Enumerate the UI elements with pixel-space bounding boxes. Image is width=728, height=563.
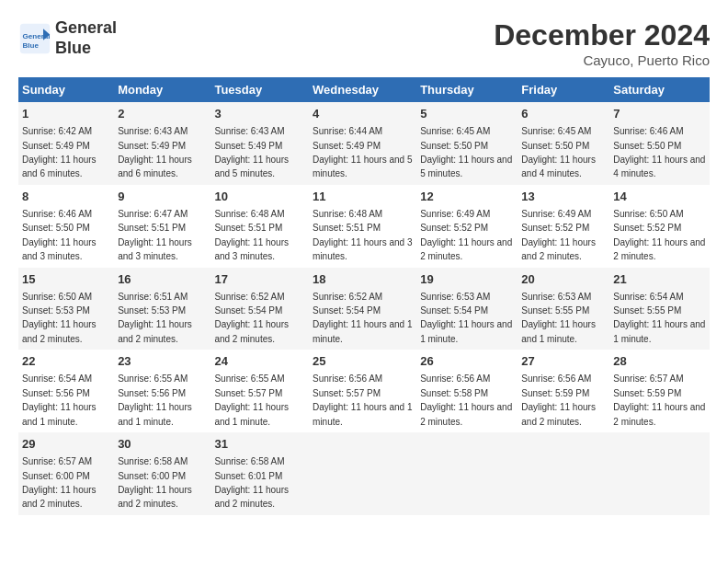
calendar-cell: 6 Sunrise: 6:45 AM Sunset: 5:50 PM Dayli…	[518, 102, 609, 185]
day-sunset: Sunset: 6:00 PM	[118, 471, 186, 481]
day-daylight: Daylight: 11 hours and 1 minute.	[313, 402, 412, 426]
day-sunset: Sunset: 5:59 PM	[521, 388, 589, 398]
calendar-cell: 26 Sunrise: 6:56 AM Sunset: 5:58 PM Dayl…	[416, 350, 518, 432]
calendar-cell: 17 Sunrise: 6:52 AM Sunset: 5:54 PM Dayl…	[210, 268, 309, 350]
calendar-cell: 2 Sunrise: 6:43 AM Sunset: 5:49 PM Dayli…	[114, 102, 210, 185]
calendar-cell: 11 Sunrise: 6:48 AM Sunset: 5:51 PM Dayl…	[309, 185, 416, 268]
day-sunrise: Sunrise: 6:51 AM	[118, 292, 188, 302]
day-daylight: Daylight: 11 hours and 2 minutes.	[613, 402, 705, 426]
logo-line1: General	[55, 18, 117, 39]
day-number: 21	[613, 271, 706, 288]
calendar-cell: 8 Sunrise: 6:46 AM Sunset: 5:50 PM Dayli…	[18, 185, 114, 268]
day-daylight: Daylight: 11 hours and 1 minute.	[118, 402, 192, 426]
day-daylight: Daylight: 11 hours and 2 minutes.	[613, 237, 705, 261]
day-number: 28	[613, 353, 706, 370]
calendar-cell: 31 Sunrise: 6:58 AM Sunset: 6:01 PM Dayl…	[210, 432, 309, 515]
day-daylight: Daylight: 11 hours and 1 minute.	[22, 402, 97, 426]
day-daylight: Daylight: 11 hours and 2 minutes.	[118, 485, 192, 509]
calendar-cell: 7 Sunrise: 6:46 AM Sunset: 5:50 PM Dayli…	[609, 102, 710, 185]
day-number: 1	[22, 106, 110, 122]
day-sunrise: Sunrise: 6:54 AM	[22, 373, 92, 384]
calendar-table: SundayMondayTuesdayWednesdayThursdayFrid…	[18, 77, 710, 515]
day-daylight: Daylight: 11 hours and 5 minutes.	[214, 155, 289, 178]
day-number: 2	[118, 106, 207, 122]
day-daylight: Daylight: 11 hours and 3 minutes.	[118, 237, 192, 261]
day-number: 3	[214, 106, 305, 122]
day-sunrise: Sunrise: 6:53 AM	[420, 292, 490, 302]
col-header-monday: Monday	[114, 77, 210, 102]
day-sunset: Sunset: 5:57 PM	[214, 388, 282, 398]
title-block: December 2024 Cayuco, Puerto Rico	[494, 18, 710, 68]
calendar-cell: 21 Sunrise: 6:54 AM Sunset: 5:55 PM Dayl…	[609, 268, 710, 350]
day-daylight: Daylight: 11 hours and 3 minutes.	[22, 237, 97, 261]
calendar-cell: 3 Sunrise: 6:43 AM Sunset: 5:49 PM Dayli…	[210, 102, 309, 185]
day-sunset: Sunset: 5:53 PM	[118, 305, 186, 316]
day-sunset: Sunset: 5:52 PM	[521, 223, 589, 233]
day-sunrise: Sunrise: 6:45 AM	[521, 126, 591, 136]
calendar-cell: 1 Sunrise: 6:42 AM Sunset: 5:49 PM Dayli…	[18, 102, 114, 185]
calendar-cell	[309, 432, 416, 515]
day-daylight: Daylight: 11 hours and 6 minutes.	[22, 155, 97, 178]
calendar-cell	[609, 432, 710, 515]
day-sunrise: Sunrise: 6:46 AM	[613, 126, 683, 136]
day-daylight: Daylight: 11 hours and 4 minutes.	[613, 155, 705, 178]
day-sunset: Sunset: 5:52 PM	[613, 223, 681, 233]
col-header-saturday: Saturday	[609, 77, 710, 102]
calendar-cell: 14 Sunrise: 6:50 AM Sunset: 5:52 PM Dayl…	[609, 185, 710, 268]
day-sunrise: Sunrise: 6:48 AM	[214, 209, 284, 219]
day-sunset: Sunset: 5:56 PM	[118, 388, 186, 398]
day-sunset: Sunset: 5:50 PM	[521, 141, 589, 151]
day-daylight: Daylight: 11 hours and 2 minutes.	[420, 237, 512, 261]
day-number: 17	[214, 271, 305, 288]
col-header-tuesday: Tuesday	[210, 77, 309, 102]
calendar-cell	[518, 432, 609, 515]
calendar-cell: 9 Sunrise: 6:47 AM Sunset: 5:51 PM Dayli…	[114, 185, 210, 268]
day-sunrise: Sunrise: 6:55 AM	[118, 373, 188, 384]
day-sunset: Sunset: 5:50 PM	[613, 141, 681, 151]
calendar-cell: 10 Sunrise: 6:48 AM Sunset: 5:51 PM Dayl…	[210, 185, 309, 268]
day-number: 19	[420, 271, 514, 288]
day-sunrise: Sunrise: 6:47 AM	[118, 209, 188, 219]
calendar-cell: 18 Sunrise: 6:52 AM Sunset: 5:54 PM Dayl…	[309, 268, 416, 350]
day-daylight: Daylight: 11 hours and 3 minutes.	[313, 237, 412, 261]
day-sunset: Sunset: 5:56 PM	[22, 388, 90, 398]
day-daylight: Daylight: 11 hours and 2 minutes.	[22, 485, 97, 509]
day-sunset: Sunset: 5:51 PM	[118, 223, 186, 233]
day-sunset: Sunset: 5:49 PM	[118, 141, 186, 151]
day-sunrise: Sunrise: 6:58 AM	[118, 456, 188, 466]
day-sunrise: Sunrise: 6:49 AM	[521, 209, 591, 219]
col-header-sunday: Sunday	[18, 77, 114, 102]
day-number: 27	[521, 353, 606, 370]
day-daylight: Daylight: 11 hours and 3 minutes.	[214, 237, 289, 261]
day-number: 14	[613, 189, 706, 205]
calendar-cell: 12 Sunrise: 6:49 AM Sunset: 5:52 PM Dayl…	[416, 185, 518, 268]
day-daylight: Daylight: 11 hours and 4 minutes.	[521, 155, 596, 178]
calendar-cell: 29 Sunrise: 6:57 AM Sunset: 6:00 PM Dayl…	[18, 432, 114, 515]
day-number: 16	[118, 271, 207, 288]
week-row-3: 15 Sunrise: 6:50 AM Sunset: 5:53 PM Dayl…	[18, 268, 710, 350]
day-daylight: Daylight: 11 hours and 2 minutes.	[214, 319, 289, 343]
day-daylight: Daylight: 11 hours and 6 minutes.	[118, 155, 192, 178]
day-sunrise: Sunrise: 6:43 AM	[118, 126, 188, 136]
day-sunrise: Sunrise: 6:57 AM	[613, 373, 683, 384]
day-sunrise: Sunrise: 6:56 AM	[521, 373, 591, 384]
day-sunset: Sunset: 5:53 PM	[22, 305, 90, 316]
day-number: 22	[22, 353, 110, 370]
day-daylight: Daylight: 11 hours and 1 minute.	[214, 402, 289, 426]
day-daylight: Daylight: 11 hours and 1 minute.	[420, 319, 512, 343]
day-number: 9	[118, 189, 207, 205]
day-sunset: Sunset: 5:52 PM	[420, 223, 488, 233]
calendar-cell	[416, 432, 518, 515]
day-sunrise: Sunrise: 6:45 AM	[420, 126, 490, 136]
day-sunrise: Sunrise: 6:56 AM	[420, 373, 490, 384]
day-sunset: Sunset: 5:54 PM	[313, 305, 381, 316]
day-number: 30	[118, 436, 207, 453]
day-daylight: Daylight: 11 hours and 1 minute.	[613, 319, 705, 343]
day-sunrise: Sunrise: 6:54 AM	[613, 292, 683, 302]
day-number: 8	[22, 189, 110, 205]
page-header: General Blue General Blue December 2024 …	[18, 18, 710, 68]
day-daylight: Daylight: 11 hours and 2 minutes.	[521, 237, 596, 261]
day-number: 6	[521, 106, 606, 122]
day-sunrise: Sunrise: 6:43 AM	[214, 126, 284, 136]
day-sunrise: Sunrise: 6:50 AM	[613, 209, 683, 219]
